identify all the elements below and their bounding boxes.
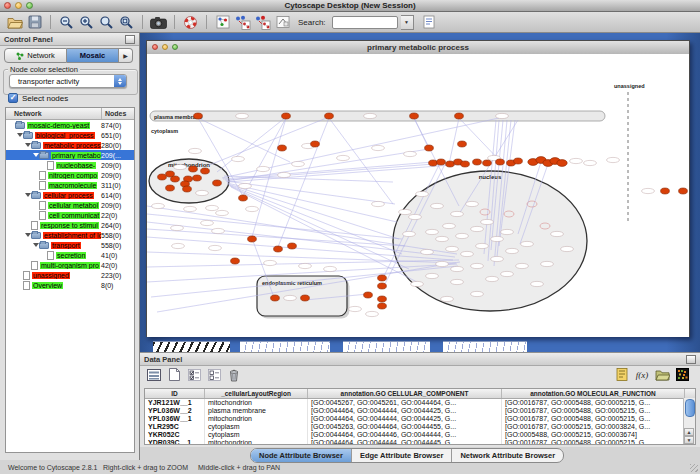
tree-col-network[interactable]: Network: [6, 108, 101, 119]
network-node[interactable]: [271, 295, 280, 301]
search-dropdown-icon[interactable]: ▼: [401, 15, 414, 30]
open-file-icon[interactable]: [6, 14, 23, 31]
select-nodes-checkbox[interactable]: [8, 93, 18, 103]
function-builder-icon[interactable]: f(x): [634, 367, 650, 382]
network-node[interactable]: [183, 186, 192, 192]
network-node[interactable]: [557, 160, 567, 167]
scroll-down-icon[interactable]: ▼: [684, 436, 694, 444]
tab-node-attribute-browser[interactable]: Node Attribute Browser: [251, 449, 351, 462]
expand-arrow-icon[interactable]: [16, 133, 23, 137]
background-window-3[interactable]: [343, 341, 430, 352]
tree-row-nitrogen-compo[interactable]: nitrogen compo209(0): [6, 170, 134, 180]
network-node[interactable]: [378, 275, 387, 281]
network-node[interactable]: [378, 296, 387, 302]
column-header-3[interactable]: annotation.GO CELLULAR_COMPONENT: [308, 389, 502, 398]
background-window-2[interactable]: [240, 341, 330, 352]
table-row[interactable]: YPL036W__1mitochondrion[GO:0044464, GO:0…: [145, 415, 695, 423]
node-color-dropdown[interactable]: transporter activity: [9, 74, 127, 88]
tree-row-cellular-metabol[interactable]: cellular metabol209(0): [6, 200, 134, 210]
tree-row-nucleobase-[interactable]: nucleobase-209(0): [6, 160, 134, 170]
float-panel-icon[interactable]: [125, 35, 135, 44]
table-scrollbar[interactable]: ▲ ▼: [683, 398, 695, 444]
network-node[interactable]: [425, 145, 434, 151]
network-node[interactable]: [239, 195, 248, 201]
network-node[interactable]: [166, 185, 175, 191]
network-view-window[interactable]: primary metabolic process plasma membran…: [146, 40, 690, 337]
network-node[interactable]: [201, 168, 210, 174]
expand-arrow-icon[interactable]: [32, 153, 39, 157]
tree-row-overview[interactable]: Overview8(0): [6, 280, 134, 290]
table-row[interactable]: YJR121W__1mitochondrion[GO:0045267, GO:0…: [145, 399, 695, 407]
column-header-1[interactable]: ID: [145, 389, 205, 398]
tree-row-primary-metabo[interactable]: primary metabo209(...: [6, 150, 134, 160]
scroll-up-icon[interactable]: ▲: [684, 428, 694, 436]
tree-row-transport[interactable]: transport558(0): [6, 240, 134, 250]
tree-row-secretion[interactable]: secretion41(0): [6, 250, 134, 260]
network-node[interactable]: [158, 174, 167, 180]
network-node[interactable]: [661, 188, 670, 194]
network-node[interactable]: [514, 158, 523, 164]
tab-edge-attribute-browser[interactable]: Edge Attribute Browser: [351, 449, 451, 462]
resize-grip[interactable]: [690, 464, 698, 472]
expand-arrow-icon[interactable]: [24, 143, 31, 147]
zoom-in-icon[interactable]: [78, 14, 95, 31]
attribute-list-icon[interactable]: [614, 367, 630, 382]
zoom-selected-icon[interactable]: [98, 14, 115, 31]
network-node[interactable]: [458, 141, 467, 147]
help-icon[interactable]: [182, 14, 199, 31]
network-node[interactable]: [410, 113, 419, 119]
tab-overflow-arrow[interactable]: ▶: [119, 48, 133, 63]
table-row[interactable]: YDR039C__1mitochondrion[GO:0044464, GO:0…: [145, 439, 695, 445]
float-panel-icon[interactable]: [686, 355, 696, 364]
network-node[interactable]: [461, 161, 470, 167]
zoom-out-icon[interactable]: [58, 14, 75, 31]
network-node[interactable]: [364, 292, 373, 298]
matrix-view-icon[interactable]: [674, 367, 690, 382]
scrollbar-thumb[interactable]: [685, 399, 695, 417]
network-node[interactable]: [213, 180, 222, 186]
search-input[interactable]: [332, 16, 398, 29]
network-window-titlebar[interactable]: primary metabolic process: [147, 41, 689, 55]
attribute-table-header[interactable]: ID_cellularLayoutRegionannotation.GO CEL…: [145, 389, 695, 399]
network-node[interactable]: [473, 159, 482, 165]
delete-attribute-icon[interactable]: [226, 367, 242, 382]
tree-row-macromolecule[interactable]: macromolecule311(0): [6, 180, 134, 190]
network-node[interactable]: [429, 160, 438, 166]
tree-row-response-to-stimul[interactable]: response to stimul264(0): [6, 220, 134, 230]
tab-network[interactable]: Network: [4, 48, 67, 63]
expand-arrow-icon[interactable]: [24, 233, 31, 237]
network-copy-icon[interactable]: [254, 14, 271, 31]
tree-row-biological-process[interactable]: biological_process651(0): [6, 130, 134, 140]
tab-mosaic[interactable]: Mosaic: [67, 48, 119, 63]
tree-row-cellular-process[interactable]: cellular process614(0): [6, 190, 134, 200]
snapshot-icon[interactable]: [150, 14, 167, 31]
table-row[interactable]: YLR295Ccytoplasm[GO:0045263, GO:0044464,…: [145, 423, 695, 431]
expand-arrow-icon[interactable]: [32, 243, 39, 247]
network-node[interactable]: [679, 188, 688, 194]
tree-row-metabolic-process[interactable]: metabolic process280(0): [6, 140, 134, 150]
attribute-grid-icon[interactable]: [146, 367, 162, 382]
column-header-2[interactable]: _cellularLayoutRegion: [205, 389, 308, 398]
expand-arrow-icon[interactable]: [24, 193, 31, 197]
column-header-4[interactable]: annotation.GO MOLECULAR_FUNCTION: [502, 389, 685, 398]
network-node[interactable]: [278, 145, 287, 151]
create-network-icon[interactable]: [214, 14, 231, 31]
network-node[interactable]: [325, 113, 334, 119]
network-node[interactable]: [194, 113, 203, 119]
network-node[interactable]: [446, 161, 455, 167]
network-node[interactable]: [193, 175, 202, 181]
new-attribute-icon[interactable]: [166, 367, 182, 382]
network-from-selected-icon[interactable]: [234, 14, 251, 31]
network-node[interactable]: [282, 113, 291, 119]
zoom-fit-icon[interactable]: [118, 14, 135, 31]
network-node[interactable]: [231, 258, 240, 264]
table-row[interactable]: YKR052Ccytoplasm[GO:0044464, GO:0044446,…: [145, 431, 695, 439]
tree-row-mosaic-demo-yeast[interactable]: mosaic-demo-yeast874(0): [6, 120, 134, 130]
network-node[interactable]: [437, 159, 446, 165]
background-window-1[interactable]: [153, 341, 230, 352]
tree-row-multi-organism-pro[interactable]: multi-organism pro42(0): [6, 260, 134, 270]
table-row[interactable]: YPL036W__2plasma membrane[GO:0044464, GO…: [145, 407, 695, 415]
save-session-icon[interactable]: [26, 14, 43, 31]
background-window-4[interactable]: [443, 341, 527, 352]
network-node[interactable]: [483, 160, 492, 166]
